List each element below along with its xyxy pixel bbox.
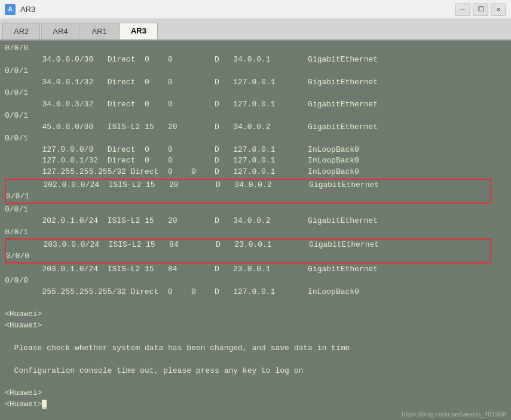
line-34.0.0.3: 34.0.0.3/32 Direct 0 0 D 127.0.0.1 Gigab… (5, 99, 506, 111)
minimize-button[interactable]: — (455, 4, 470, 16)
line-0/0/1-5: 0/0/1 (5, 204, 506, 216)
tab-bar: AR2 AR4 AR1 AR3 (0, 19, 511, 41)
highlight-box-202: 202.0.0.0/24 ISIS-L2 15 20 D 34.0.0.2 Gi… (5, 179, 491, 204)
highlight-box-203: 203.0.0.0/24 ISIS-L2 15 84 D 23.0.0.1 Gi… (5, 238, 491, 263)
line-timeout-message: Configuration console time out, please p… (5, 366, 506, 377)
line-0/0/1-1: 0/0/1 (5, 66, 506, 77)
line-check-message: Please check whether system data has bee… (5, 343, 506, 354)
line-huawei-1: <Huawei> (5, 309, 506, 320)
line-203.0.1.0: 203.0.1.0/24 ISIS-L2 15 84 D 23.0.0.1 Gi… (5, 264, 506, 275)
line-0/0/1-4: 0/0/1 (5, 133, 506, 145)
line-0/0/1-6: 0/0/1 (5, 227, 506, 238)
tab-ar1[interactable]: AR1 (81, 23, 118, 39)
title-bar: A AR3 — ⧠ ✕ (0, 0, 511, 19)
terminal-area[interactable]: 0/0/0 34.0.0.0/30 Direct 0 0 D 34.0.0.1 … (0, 41, 511, 420)
window-title: AR3 (20, 5, 455, 14)
line-0/0/0-1: 0/0/0 (5, 43, 506, 54)
line-0/0/1-202: 0/0/1 (6, 191, 490, 203)
line-127.0.0.0: 127.0.0.0/8 Direct 0 0 D 127.0.0.1 InLoo… (5, 145, 506, 156)
terminal-content: 0/0/0 34.0.0.0/30 Direct 0 0 D 34.0.0.1 … (5, 43, 506, 410)
line-202.0.0.0: 202.0.0.0/24 ISIS-L2 15 20 D 34.0.0.2 Gi… (6, 180, 490, 191)
line-0/0/0-2: 0/0/0 (5, 275, 506, 287)
line-34.0.0.0: 34.0.0.0/30 Direct 0 0 D 34.0.0.1 Gigabi… (5, 54, 506, 66)
line-127.0.0.1: 127.0.0.1/32 Direct 0 0 D 127.0.0.1 InLo… (5, 155, 506, 167)
watermark: https://blog.csdn.net/weixin_481908 (402, 410, 506, 418)
tab-ar3[interactable]: AR3 (120, 23, 158, 39)
line-203.0.0.0: 203.0.0.0/24 ISIS-L2 15 84 D 23.0.0.1 Gi… (6, 240, 490, 251)
app-icon: A (5, 4, 16, 15)
line-0/0/1-3: 0/0/1 (5, 111, 506, 122)
line-blank-4 (5, 376, 506, 388)
line-blank-3 (5, 354, 506, 366)
line-blank-2 (5, 332, 506, 343)
window-controls: — ⧠ ✕ (455, 4, 506, 16)
close-button[interactable]: ✕ (491, 4, 506, 16)
line-45.0.0.0: 45.0.0.0/30 ISIS-L2 15 20 D 34.0.0.2 Gig… (5, 122, 506, 133)
tab-ar2[interactable]: AR2 (2, 23, 40, 39)
line-huawei-2: <Huawei> (5, 320, 506, 332)
line-0/0/1-2: 0/0/1 (5, 88, 506, 99)
line-127.255.255.255: 127.255.255.255/32 Direct 0 0 D 127.0.0.… (5, 167, 506, 178)
line-huawei-3: <Huawei> (5, 388, 506, 399)
restore-button[interactable]: ⧠ (473, 4, 488, 16)
line-huawei-4: <Huawei>_ (5, 399, 506, 410)
line-blank-1 (5, 298, 506, 309)
line-255.255.255.255: 255.255.255.255/32 Direct 0 0 D 127.0.0.… (5, 287, 506, 298)
line-34.0.0.1: 34.0.0.1/32 Direct 0 0 D 127.0.0.1 Gigab… (5, 77, 506, 88)
line-0/0/0-203: 0/0/0 (6, 251, 490, 262)
line-202.0.1.0: 202.0.1.0/24 ISIS-L2 15 20 D 34.0.0.2 Gi… (5, 216, 506, 227)
tab-ar4[interactable]: AR4 (41, 23, 79, 39)
